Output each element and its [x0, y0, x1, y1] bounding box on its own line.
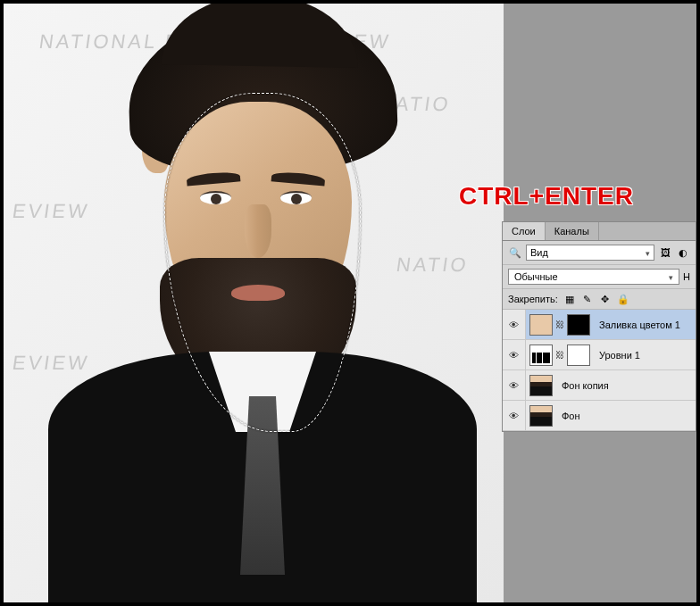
chevron-down-icon	[646, 247, 650, 258]
eye-icon	[509, 320, 519, 330]
link-icon[interactable]: ⛓	[555, 350, 564, 360]
visibility-toggle[interactable]	[503, 370, 526, 400]
lock-position-icon[interactable]: ✥	[599, 293, 612, 305]
lock-label: Закрепить:	[508, 294, 558, 304]
shortcut-annotation: CTRL+ENTER	[459, 182, 634, 211]
layer-row[interactable]: Фон копия	[503, 370, 696, 401]
lock-paint-icon[interactable]: ✎	[581, 293, 594, 305]
visibility-toggle[interactable]	[503, 310, 526, 339]
app-frame: NATIONAL BOARD OF REVIEW NATIO EVIEW NAT…	[4, 4, 696, 602]
layer-name[interactable]: Фон	[556, 411, 696, 421]
eye-icon	[509, 411, 519, 421]
panel-tabs: Слои Каналы	[503, 222, 696, 241]
visibility-toggle[interactable]	[503, 401, 526, 430]
layer-thumbnail[interactable]	[529, 345, 553, 366]
photo-subject	[48, 12, 477, 602]
opacity-label: Н	[683, 271, 690, 282]
eye-icon	[509, 380, 519, 391]
layer-mask-thumbnail[interactable]	[567, 314, 590, 336]
layer-name[interactable]: Заливка цветом 1	[594, 320, 696, 330]
chevron-down-icon	[669, 271, 673, 282]
link-icon[interactable]: ⛓	[555, 320, 564, 329]
layer-row[interactable]: ⛓ Заливка цветом 1	[503, 310, 696, 340]
layer-thumbnail[interactable]	[529, 405, 553, 427]
filter-adjust-icon[interactable]: ◐	[676, 245, 690, 260]
tab-layers[interactable]: Слои	[503, 222, 546, 240]
layer-filter-select[interactable]: Вид	[526, 245, 654, 261]
blend-mode-select[interactable]: Обычные	[508, 269, 679, 285]
layer-row[interactable]: ⛓ Уровни 1	[503, 340, 696, 370]
layer-row[interactable]: Фон	[503, 401, 696, 431]
layer-thumbnail[interactable]	[529, 375, 553, 396]
layer-mask-thumbnail[interactable]	[567, 345, 590, 366]
layer-name[interactable]: Фон копия	[556, 380, 696, 391]
layers-panel: Слои Каналы 🔍 Вид 🖼 ◐ Обычные Н Закрепит…	[502, 221, 696, 432]
canvas-area[interactable]: NATIONAL BOARD OF REVIEW NATIO EVIEW NAT…	[4, 4, 504, 602]
visibility-toggle[interactable]	[503, 340, 526, 369]
layer-name[interactable]: Уровни 1	[594, 350, 696, 361]
blend-mode-value: Обычные	[514, 271, 558, 282]
eye-icon	[509, 350, 519, 361]
lock-all-icon[interactable]: 🔒	[617, 293, 629, 305]
layer-filter-label: Вид	[530, 247, 548, 258]
tab-channels[interactable]: Каналы	[546, 222, 599, 240]
layers-list: ⛓ Заливка цветом 1 ⛓ Уровни 1	[503, 310, 696, 431]
layer-thumbnail[interactable]	[529, 314, 553, 336]
search-icon[interactable]: 🔍	[508, 245, 522, 260]
filter-image-icon[interactable]: 🖼	[658, 245, 672, 260]
lock-transparency-icon[interactable]: ▦	[563, 293, 576, 305]
